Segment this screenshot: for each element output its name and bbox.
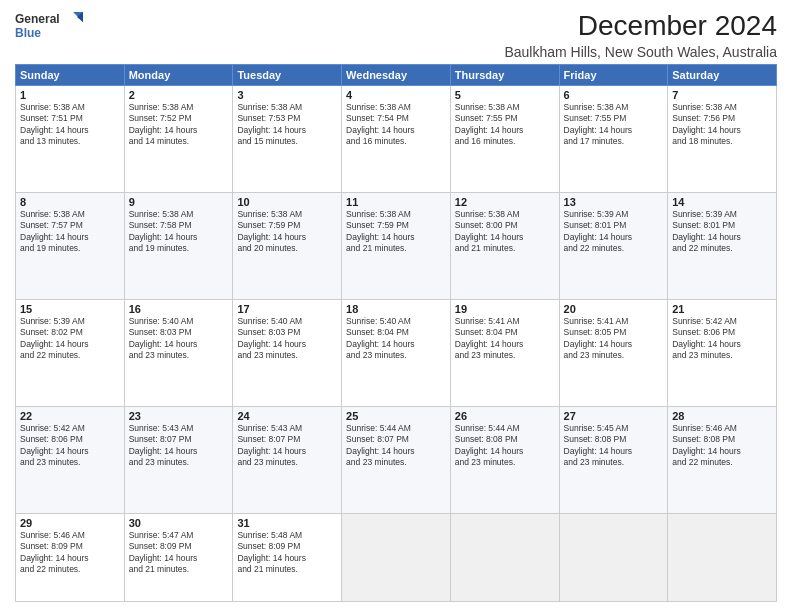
day-info: Sunrise: 5:38 AMSunset: 7:55 PMDaylight:… — [564, 102, 664, 148]
day-number: 14 — [672, 196, 772, 208]
col-tuesday: Tuesday — [233, 65, 342, 86]
logo: General Blue — [15, 10, 85, 42]
day-number: 24 — [237, 410, 337, 422]
table-row: 14Sunrise: 5:39 AMSunset: 8:01 PMDayligh… — [668, 192, 777, 299]
day-number: 6 — [564, 89, 664, 101]
day-number: 1 — [20, 89, 120, 101]
calendar-row: 22Sunrise: 5:42 AMSunset: 8:06 PMDayligh… — [16, 406, 777, 513]
day-number: 4 — [346, 89, 446, 101]
day-info: Sunrise: 5:44 AMSunset: 8:08 PMDaylight:… — [455, 423, 555, 469]
table-row — [342, 513, 451, 601]
table-row: 27Sunrise: 5:45 AMSunset: 8:08 PMDayligh… — [559, 406, 668, 513]
day-info: Sunrise: 5:43 AMSunset: 8:07 PMDaylight:… — [237, 423, 337, 469]
day-number: 12 — [455, 196, 555, 208]
page: General Blue December 2024 Baulkham Hill… — [0, 0, 792, 612]
day-number: 26 — [455, 410, 555, 422]
table-row: 21Sunrise: 5:42 AMSunset: 8:06 PMDayligh… — [668, 299, 777, 406]
day-info: Sunrise: 5:38 AMSunset: 7:51 PMDaylight:… — [20, 102, 120, 148]
col-wednesday: Wednesday — [342, 65, 451, 86]
table-row: 4Sunrise: 5:38 AMSunset: 7:54 PMDaylight… — [342, 86, 451, 193]
header-right: December 2024 Baulkham Hills, New South … — [85, 10, 777, 60]
table-row: 17Sunrise: 5:40 AMSunset: 8:03 PMDayligh… — [233, 299, 342, 406]
table-row: 31Sunrise: 5:48 AMSunset: 8:09 PMDayligh… — [233, 513, 342, 601]
day-number: 29 — [20, 517, 120, 529]
day-info: Sunrise: 5:42 AMSunset: 8:06 PMDaylight:… — [20, 423, 120, 469]
day-number: 28 — [672, 410, 772, 422]
day-info: Sunrise: 5:46 AMSunset: 8:09 PMDaylight:… — [20, 530, 120, 576]
table-row: 16Sunrise: 5:40 AMSunset: 8:03 PMDayligh… — [124, 299, 233, 406]
day-info: Sunrise: 5:38 AMSunset: 8:00 PMDaylight:… — [455, 209, 555, 255]
table-row: 15Sunrise: 5:39 AMSunset: 8:02 PMDayligh… — [16, 299, 125, 406]
day-info: Sunrise: 5:46 AMSunset: 8:08 PMDaylight:… — [672, 423, 772, 469]
logo-svg: General Blue — [15, 10, 85, 42]
day-info: Sunrise: 5:39 AMSunset: 8:01 PMDaylight:… — [564, 209, 664, 255]
svg-text:General: General — [15, 12, 60, 26]
table-row: 30Sunrise: 5:47 AMSunset: 8:09 PMDayligh… — [124, 513, 233, 601]
table-row: 18Sunrise: 5:40 AMSunset: 8:04 PMDayligh… — [342, 299, 451, 406]
day-info: Sunrise: 5:40 AMSunset: 8:04 PMDaylight:… — [346, 316, 446, 362]
day-number: 23 — [129, 410, 229, 422]
day-info: Sunrise: 5:38 AMSunset: 7:52 PMDaylight:… — [129, 102, 229, 148]
day-number: 8 — [20, 196, 120, 208]
table-row — [668, 513, 777, 601]
day-info: Sunrise: 5:41 AMSunset: 8:04 PMDaylight:… — [455, 316, 555, 362]
table-row: 24Sunrise: 5:43 AMSunset: 8:07 PMDayligh… — [233, 406, 342, 513]
table-row: 13Sunrise: 5:39 AMSunset: 8:01 PMDayligh… — [559, 192, 668, 299]
table-row: 28Sunrise: 5:46 AMSunset: 8:08 PMDayligh… — [668, 406, 777, 513]
day-info: Sunrise: 5:38 AMSunset: 7:58 PMDaylight:… — [129, 209, 229, 255]
day-number: 25 — [346, 410, 446, 422]
page-subtitle: Baulkham Hills, New South Wales, Austral… — [85, 44, 777, 60]
day-number: 21 — [672, 303, 772, 315]
calendar-row: 1Sunrise: 5:38 AMSunset: 7:51 PMDaylight… — [16, 86, 777, 193]
day-number: 3 — [237, 89, 337, 101]
day-info: Sunrise: 5:38 AMSunset: 7:59 PMDaylight:… — [346, 209, 446, 255]
day-info: Sunrise: 5:38 AMSunset: 7:57 PMDaylight:… — [20, 209, 120, 255]
table-row: 7Sunrise: 5:38 AMSunset: 7:56 PMDaylight… — [668, 86, 777, 193]
table-row: 3Sunrise: 5:38 AMSunset: 7:53 PMDaylight… — [233, 86, 342, 193]
day-number: 13 — [564, 196, 664, 208]
col-friday: Friday — [559, 65, 668, 86]
table-row — [559, 513, 668, 601]
header: General Blue December 2024 Baulkham Hill… — [15, 10, 777, 60]
day-number: 31 — [237, 517, 337, 529]
day-info: Sunrise: 5:38 AMSunset: 7:56 PMDaylight:… — [672, 102, 772, 148]
table-row: 26Sunrise: 5:44 AMSunset: 8:08 PMDayligh… — [450, 406, 559, 513]
day-number: 15 — [20, 303, 120, 315]
calendar-row: 29Sunrise: 5:46 AMSunset: 8:09 PMDayligh… — [16, 513, 777, 601]
day-number: 16 — [129, 303, 229, 315]
table-row: 11Sunrise: 5:38 AMSunset: 7:59 PMDayligh… — [342, 192, 451, 299]
day-number: 20 — [564, 303, 664, 315]
svg-text:Blue: Blue — [15, 26, 41, 40]
calendar-row: 8Sunrise: 5:38 AMSunset: 7:57 PMDaylight… — [16, 192, 777, 299]
col-saturday: Saturday — [668, 65, 777, 86]
table-row: 23Sunrise: 5:43 AMSunset: 8:07 PMDayligh… — [124, 406, 233, 513]
day-info: Sunrise: 5:39 AMSunset: 8:01 PMDaylight:… — [672, 209, 772, 255]
table-row: 19Sunrise: 5:41 AMSunset: 8:04 PMDayligh… — [450, 299, 559, 406]
table-row: 10Sunrise: 5:38 AMSunset: 7:59 PMDayligh… — [233, 192, 342, 299]
table-row: 5Sunrise: 5:38 AMSunset: 7:55 PMDaylight… — [450, 86, 559, 193]
table-row: 22Sunrise: 5:42 AMSunset: 8:06 PMDayligh… — [16, 406, 125, 513]
table-row: 9Sunrise: 5:38 AMSunset: 7:58 PMDaylight… — [124, 192, 233, 299]
table-row: 20Sunrise: 5:41 AMSunset: 8:05 PMDayligh… — [559, 299, 668, 406]
table-row: 12Sunrise: 5:38 AMSunset: 8:00 PMDayligh… — [450, 192, 559, 299]
calendar-header-row: Sunday Monday Tuesday Wednesday Thursday… — [16, 65, 777, 86]
col-sunday: Sunday — [16, 65, 125, 86]
day-info: Sunrise: 5:40 AMSunset: 8:03 PMDaylight:… — [237, 316, 337, 362]
table-row: 29Sunrise: 5:46 AMSunset: 8:09 PMDayligh… — [16, 513, 125, 601]
table-row: 2Sunrise: 5:38 AMSunset: 7:52 PMDaylight… — [124, 86, 233, 193]
day-info: Sunrise: 5:48 AMSunset: 8:09 PMDaylight:… — [237, 530, 337, 576]
day-info: Sunrise: 5:43 AMSunset: 8:07 PMDaylight:… — [129, 423, 229, 469]
day-info: Sunrise: 5:44 AMSunset: 8:07 PMDaylight:… — [346, 423, 446, 469]
day-info: Sunrise: 5:45 AMSunset: 8:08 PMDaylight:… — [564, 423, 664, 469]
day-number: 27 — [564, 410, 664, 422]
day-info: Sunrise: 5:47 AMSunset: 8:09 PMDaylight:… — [129, 530, 229, 576]
day-number: 18 — [346, 303, 446, 315]
day-info: Sunrise: 5:38 AMSunset: 7:54 PMDaylight:… — [346, 102, 446, 148]
day-info: Sunrise: 5:38 AMSunset: 7:53 PMDaylight:… — [237, 102, 337, 148]
day-info: Sunrise: 5:38 AMSunset: 7:55 PMDaylight:… — [455, 102, 555, 148]
day-number: 22 — [20, 410, 120, 422]
day-number: 30 — [129, 517, 229, 529]
day-info: Sunrise: 5:42 AMSunset: 8:06 PMDaylight:… — [672, 316, 772, 362]
table-row — [450, 513, 559, 601]
day-number: 19 — [455, 303, 555, 315]
